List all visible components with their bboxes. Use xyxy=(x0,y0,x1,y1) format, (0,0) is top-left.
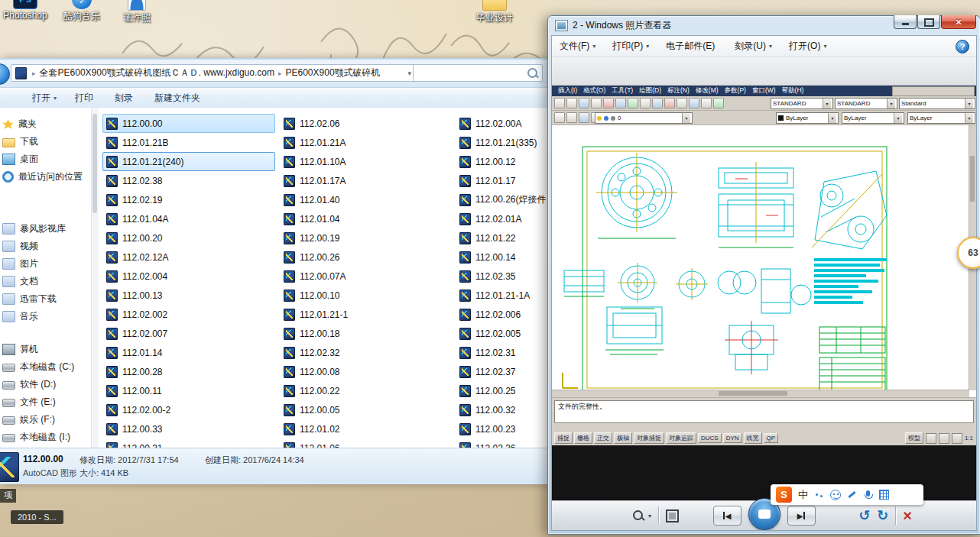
acad-linetype-combo[interactable]: ByLayer▾ xyxy=(842,112,904,124)
sidebar-item[interactable]: 暴风影视库 xyxy=(0,220,90,238)
menu-item[interactable]: 打印(P) ▾ xyxy=(612,40,649,53)
acad-style-combo[interactable]: STANDARD▾ xyxy=(771,98,833,109)
sidebar-item[interactable]: 算机 xyxy=(0,341,90,358)
file-item[interactable]: 112.00.08 xyxy=(280,362,453,381)
file-item[interactable]: 112.01.17A xyxy=(280,171,453,190)
rotate-counterclockwise-button[interactable]: ↺ xyxy=(858,509,870,522)
sidebar-scrollbar[interactable] xyxy=(91,108,99,448)
toolbox-icon[interactable] xyxy=(879,490,889,500)
previous-button[interactable]: ◀ xyxy=(713,506,741,526)
breadcrumb-root[interactable]: 全套PE600X900颚式破碎机图纸ＣＡＤ. www.jxdiguo.com xyxy=(40,66,274,79)
file-item[interactable]: 112.00.05 xyxy=(280,400,453,419)
acad-dimstyle-combo[interactable]: STANDARD▾ xyxy=(835,98,897,109)
sidebar-item[interactable]: 迅雷下载 xyxy=(0,290,90,308)
file-item[interactable]: 112.02.31 xyxy=(456,343,549,362)
input-mode-indicator[interactable]: 中 xyxy=(798,488,808,502)
file-item[interactable]: 112.02.35 xyxy=(456,267,549,286)
scrollbar-thumb[interactable] xyxy=(92,114,97,213)
menu-item[interactable]: 打开(O) ▾ xyxy=(789,40,826,53)
file-item[interactable]: 112.02.00A xyxy=(456,114,549,133)
sidebar-item[interactable]: 视频 xyxy=(0,238,90,255)
file-item[interactable]: 112.01.22 xyxy=(456,228,549,247)
acad-tablestyle-combo[interactable]: Standard▾ xyxy=(899,98,975,109)
menu-item[interactable]: 电子邮件(E) xyxy=(666,40,718,53)
file-item[interactable]: 112.00.33 xyxy=(102,419,275,438)
file-item[interactable]: 112.00.32 xyxy=(456,400,549,419)
desktop-icon[interactable]: ♪ 酷狗音乐 xyxy=(57,0,107,23)
toolbar-button[interactable]: 新建文件夹 xyxy=(145,89,213,107)
file-item[interactable]: 112.00.11 xyxy=(102,381,275,400)
acad-horizontal-scrollbar[interactable] xyxy=(552,390,969,397)
chevron-down-icon[interactable]: ▾ xyxy=(648,513,651,519)
file-item[interactable]: 112.00.28 xyxy=(102,362,275,381)
file-item[interactable]: 112.02.006 xyxy=(456,305,549,324)
file-item[interactable]: 112.02.002 xyxy=(102,305,275,324)
maximize-button[interactable] xyxy=(917,15,940,29)
chevron-down-icon[interactable]: ▾ xyxy=(403,70,411,77)
file-item[interactable]: 112.02.12A xyxy=(102,247,275,267)
minimize-button[interactable] xyxy=(894,15,917,29)
sidebar-item[interactable]: 藏夹 xyxy=(0,115,90,133)
file-item[interactable]: 112.02.01A xyxy=(456,209,549,228)
file-item[interactable]: 112.02.37 xyxy=(456,362,549,381)
rotate-clockwise-button[interactable]: ↻ xyxy=(877,509,888,522)
menu-item[interactable]: 刻录(U) ▾ xyxy=(735,40,772,53)
file-item[interactable]: 112.02.005 xyxy=(456,324,549,343)
title-bar[interactable]: 2 - Windows 照片查看器 × xyxy=(548,16,980,35)
acad-color-combo[interactable]: ByLayer▾ xyxy=(776,112,839,124)
file-item[interactable]: 112.01.04A xyxy=(102,209,275,228)
file-item[interactable]: 112.01.21(240) xyxy=(102,152,275,171)
file-item[interactable]: 112.02.32 xyxy=(280,343,453,362)
file-item[interactable]: 112.01.21-1A xyxy=(456,286,549,305)
file-item[interactable]: 112.01.17 xyxy=(456,171,549,190)
actual-size-icon[interactable] xyxy=(666,510,679,522)
sidebar-item[interactable]: 图片 xyxy=(0,255,90,273)
sidebar-item[interactable]: 下载 xyxy=(0,133,90,150)
file-item[interactable]: 112.00.18 xyxy=(280,324,453,343)
emoji-icon[interactable] xyxy=(830,490,841,500)
file-item[interactable]: 112.01.40 xyxy=(280,190,453,209)
file-item[interactable]: 112.02.004 xyxy=(102,267,275,286)
file-item[interactable]: 112.01.02 xyxy=(280,419,453,438)
file-item[interactable]: 112.02.007 xyxy=(102,324,275,343)
sidebar-item[interactable]: 文档 xyxy=(0,273,90,290)
file-item[interactable]: 112.00.25 xyxy=(456,381,549,400)
file-item[interactable]: 112.00.07A xyxy=(280,267,453,286)
file-item[interactable]: 112.00.26 xyxy=(280,247,453,267)
file-item[interactable]: 112.02.38 xyxy=(102,171,275,190)
search-input[interactable] xyxy=(413,64,543,82)
next-button[interactable]: ▶ xyxy=(787,506,816,526)
file-item[interactable]: 112.01.14 xyxy=(102,343,275,362)
file-item[interactable]: 112.00.00 xyxy=(102,114,275,133)
acad-lineweight-combo[interactable]: ByLayer▾ xyxy=(907,112,975,124)
toolbar-button[interactable]: 打开 ▾ xyxy=(23,89,66,107)
file-item[interactable]: 112.01.10A xyxy=(280,152,453,171)
sidebar-item[interactable]: 文件 (E:) xyxy=(0,393,90,411)
file-item[interactable]: 112.02.00-2 xyxy=(102,400,275,419)
sidebar-item[interactable]: 本地磁盘 (C:) xyxy=(0,358,90,376)
voice-input-icon[interactable] xyxy=(863,490,873,500)
breadcrumb-current[interactable]: PE600X900颚式破碎机 xyxy=(286,66,381,79)
zoom-icon[interactable] xyxy=(633,510,644,522)
file-item[interactable]: 112.00.23 xyxy=(456,419,549,438)
desktop-icon[interactable]: 毕业设计 xyxy=(469,0,520,24)
sidebar-item[interactable]: 娱乐 (F:) xyxy=(0,411,90,429)
toolbar-button[interactable]: 刻录 xyxy=(105,89,145,107)
sidebar-item[interactable]: 桌面 xyxy=(0,150,90,168)
file-item[interactable]: 112.00.26(焊接件 xyxy=(456,190,549,209)
file-item[interactable]: 112.01.04 xyxy=(280,209,453,228)
desktop-icon[interactable]: Ps Photoshop xyxy=(0,0,50,21)
punctuation-icon[interactable] xyxy=(814,490,824,500)
breadcrumb[interactable]: ▸ 全套PE600X900颚式破碎机图纸ＣＡＤ. www.jxdiguo.com… xyxy=(11,64,416,82)
file-item[interactable]: 112.00.19 xyxy=(280,228,453,247)
menu-item[interactable]: 文件(F) ▾ xyxy=(560,40,595,53)
handwriting-icon[interactable] xyxy=(847,490,857,500)
file-item[interactable]: 112.00.22 xyxy=(280,381,453,400)
file-item[interactable]: 112.00.10 xyxy=(280,286,453,305)
sidebar-item[interactable]: 最近访问的位置 xyxy=(0,168,90,186)
file-item[interactable]: 112.00.20 xyxy=(102,228,275,247)
sidebar-item[interactable]: 软件 (D:) xyxy=(0,376,90,393)
file-item[interactable]: 112.00.14 xyxy=(456,247,549,267)
acad-layer-combo[interactable]: 0 ▾ xyxy=(595,112,693,124)
close-button[interactable]: × xyxy=(941,15,976,29)
